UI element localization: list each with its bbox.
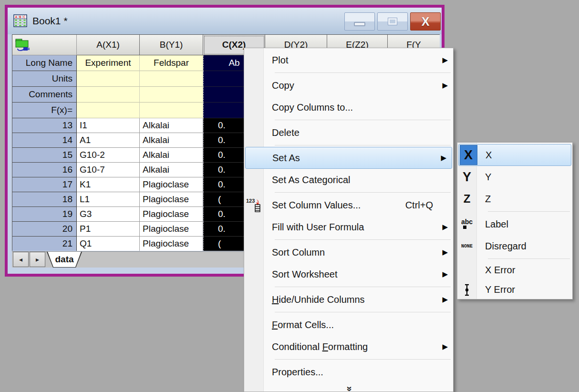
column-header-B(Y1)[interactable]: B(Y1) [140,35,203,55]
menu-item-sort-worksheet[interactable]: Sort Worksheet▶ [244,263,453,285]
row-number[interactable]: 20 [12,222,77,237]
cell[interactable]: G3 [77,207,140,222]
menu-item-hide-unhide-columns[interactable]: Hide/Unhide Columns▶ [244,289,453,310]
left-arrow-icon: ◂ [19,256,22,263]
cell[interactable] [140,87,203,103]
cell[interactable] [140,71,203,87]
submenu-arrow-icon: ▶ [442,223,448,231]
submenu-item-y[interactable]: YY [457,166,572,188]
menu-item-fill-with-user-formula[interactable]: Fill with User Formula▶ [244,216,453,238]
row-number[interactable]: 14 [12,133,77,148]
cell[interactable]: Q1 [77,237,140,251]
cell[interactable]: K1 [77,177,140,192]
cell[interactable]: Experiment [77,55,140,71]
cell[interactable]: A1 [77,133,140,148]
menu-item-plot[interactable]: Plot▶ [244,49,453,71]
row-number[interactable]: 19 [12,207,77,222]
submenu-item-label[interactable]: abcLabel [457,213,572,235]
menu-separator [244,118,453,122]
svg-text:123: 123 [246,198,255,204]
menu-item-copy-columns-to[interactable]: Copy Columns to... [244,96,453,118]
menu-item-format-cells[interactable]: Format Cells... [244,314,453,336]
submenu-item-y-error[interactable]: Y Error [457,280,572,299]
row-header-Comments[interactable]: Comments [12,87,77,103]
menu-separator [244,71,453,74]
column-header-label: C(X2) [222,40,246,50]
row-header-Long Name[interactable]: Long Name [12,55,77,71]
folder-connector-icon [14,37,31,52]
cell[interactable] [77,71,140,87]
none-icon: NONE [458,237,476,256]
cell[interactable]: Plagioclase [140,207,203,222]
tab-scroll-right-button[interactable]: ▸ [30,252,45,267]
menu-separator [244,238,453,241]
cell[interactable]: Plagioclase [140,177,203,192]
menu-item-label: Format Cells... [272,320,334,330]
cell[interactable]: Plagioclase [140,222,203,237]
menu-separator [244,144,453,147]
cell[interactable] [77,87,140,103]
menu-item-conditional-formatting[interactable]: Conditional Formatting▶ [244,336,453,358]
cell[interactable]: P1 [77,222,140,237]
menu-item-set-column-values[interactable]: 123Set Column Values...Ctrl+Q [244,194,453,216]
menu-separator [244,358,453,361]
row-number[interactable]: 17 [12,177,77,192]
maximize-button[interactable] [377,12,408,31]
cell[interactable]: L1 [77,192,140,207]
submenu-arrow-icon: ▶ [442,56,448,64]
sheet-tab-data[interactable]: data [47,252,82,268]
cell[interactable] [140,103,203,118]
row-number[interactable]: 13 [12,118,77,133]
menu-item-label: Z [485,194,491,205]
corner-selector-cell[interactable] [12,35,77,55]
cell[interactable]: Alkalai [140,148,203,163]
submenu-arrow-icon: ▶ [442,342,448,351]
row-number[interactable]: 16 [12,163,77,177]
expand-more-chevron-icon[interactable]: « [343,386,354,391]
column-header-label: B(Y1) [160,40,183,50]
close-button[interactable]: X [410,12,441,31]
menu-item-copy[interactable]: Copy▶ [244,74,453,96]
menu-item-sort-column[interactable]: Sort Column▶ [244,241,453,263]
submenu-item-x-error[interactable]: X Error [457,260,572,280]
cell[interactable]: G10-7 [77,163,140,177]
menu-item-delete[interactable]: Delete [244,122,453,144]
row-number[interactable]: 15 [12,148,77,163]
row-number[interactable]: 18 [12,192,77,207]
submenu-arrow-icon: ▶ [442,248,448,257]
submenu-item-z[interactable]: ZZ [457,188,572,210]
svg-text:C: C [23,15,26,19]
cell[interactable] [77,103,140,118]
cell[interactable]: Alkalai [140,163,203,177]
minimize-button[interactable] [344,12,375,31]
cell[interactable]: Alkalai [140,118,203,133]
close-icon: X [422,16,430,28]
cell[interactable]: G10-2 [77,148,140,163]
submenu-item-disregard[interactable]: NONEDisregard [457,235,572,257]
row-number[interactable]: 21 [12,237,77,251]
row-header-Units[interactable]: Units [12,71,77,87]
menu-item-set-as[interactable]: Set As▶ [245,147,452,169]
submenu-separator [457,257,572,260]
cell[interactable]: Plagioclase [140,192,203,207]
cell[interactable]: I1 [77,118,140,133]
cell[interactable]: Feldspar [140,55,203,71]
menu-item-properties[interactable]: Properties... [244,361,453,383]
column-header-A(X1)[interactable]: A(X1) [77,35,140,55]
menu-expand-row[interactable]: « [244,383,453,392]
workbook-icon: A B C [13,14,28,28]
menu-item-label: Y Error [485,284,515,295]
tab-scroll-left-button[interactable]: ◂ [13,252,29,267]
menu-item-label: Label [485,219,508,230]
submenu-separator [457,210,572,213]
row-header-F(x)=[interactable]: F(x)= [12,103,77,118]
cell[interactable]: Plagioclase [140,237,203,251]
menu-item-set-as-categorical[interactable]: Set As Categorical [244,169,453,191]
column-header-label: A(X1) [96,40,120,50]
menu-item-label: Fill with User Formula [272,222,364,233]
menu-separator [244,285,453,289]
cell[interactable]: Alkalai [140,133,203,148]
title-bar[interactable]: A B C Book1 * X [8,8,442,34]
maximize-icon [388,18,397,25]
submenu-item-x[interactable]: XX [458,144,571,166]
